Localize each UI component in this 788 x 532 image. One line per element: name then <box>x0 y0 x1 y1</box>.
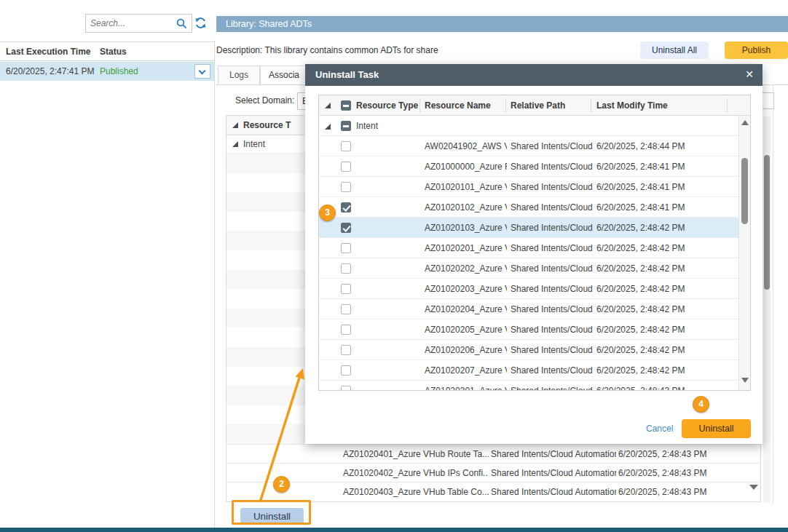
table-row[interactable]: AZ01020403_Azure VHub Table Co... Shared… <box>226 482 760 501</box>
dialog-table-body: Intent AW02041902_AWS VP... Shared Inten… <box>319 116 739 391</box>
col-resource-type[interactable]: Resource Type <box>356 100 418 111</box>
row-checkbox[interactable] <box>341 141 351 151</box>
resource-row[interactable]: AZ01020203_Azure V... Shared Intents/Clo… <box>319 279 739 299</box>
search-input[interactable] <box>90 15 172 32</box>
group-label: Intent <box>356 121 378 131</box>
relative-path: Shared Intents/Cloud ... <box>511 162 593 172</box>
col-resource-name[interactable]: Resource Name <box>425 100 491 111</box>
group-label: Intent <box>243 139 265 149</box>
resource-row[interactable]: AZ01020103_Azure VN... Shared Intents/Cl… <box>319 218 739 238</box>
relative-path: Shared Intents/Cloud ... <box>511 304 593 314</box>
row-checkbox[interactable] <box>341 345 351 355</box>
row-checkbox[interactable] <box>341 365 351 376</box>
resource-row[interactable]: AZ01020102_Azure VN... Shared Intents/Cl… <box>319 197 739 218</box>
collapse-group-icon[interactable] <box>232 122 238 128</box>
last-modify-time: 6/20/2025, 2:48:43 PM <box>618 449 728 459</box>
refresh-icon[interactable] <box>194 16 208 31</box>
scroll-up-icon[interactable] <box>741 120 749 125</box>
library-description: Description: This library contains commo… <box>216 45 438 55</box>
relative-path: Shared Intents/Cloud ... <box>511 243 593 253</box>
resource-name: AZ01020203_Azure V... <box>425 284 507 294</box>
resource-name: AZ01020204_Azure V... <box>425 304 507 314</box>
tab-logs[interactable]: Logs <box>218 65 260 85</box>
last-modify-time: 6/20/2025, 2:48:43 PM <box>618 487 728 497</box>
row-checkbox[interactable] <box>341 263 351 274</box>
collapse-group-icon[interactable] <box>325 124 331 130</box>
annotation-badge-2: 2 <box>273 476 290 493</box>
last-modify-time: 6/20/2025, 2:48:42 PM <box>596 243 706 253</box>
table-row[interactable]: AZ01020401_Azure VHub Route Ta... Shared… <box>226 444 760 463</box>
annotation-badge-4: 4 <box>693 396 709 413</box>
scroll-down-icon[interactable] <box>749 485 758 490</box>
panel-divider <box>214 40 215 528</box>
group-checkbox[interactable] <box>341 121 351 131</box>
row-checkbox[interactable] <box>341 202 351 213</box>
resource-row[interactable]: AZ01020301_Azure VN Shared Intents/Cloud… <box>319 381 739 391</box>
library-header-bar: Library: Shared ADTs <box>216 16 788 32</box>
table-row[interactable]: AZ01020402_Azure VHub IPs Confi... Share… <box>226 463 760 482</box>
resource-row[interactable]: AZ01020201_Azure V... Shared Intents/Clo… <box>319 238 739 258</box>
resource-name: AZ01020101_Azure VN... <box>425 182 507 192</box>
dialog-table-scrollbar[interactable] <box>738 116 750 391</box>
last-modify-time: 6/20/2025, 2:48:43 PM <box>618 468 728 478</box>
background-scrollbar[interactable] <box>763 116 771 502</box>
resource-row[interactable]: AZ01000000_Azure Re... Shared Intents/Cl… <box>319 156 739 177</box>
select-domain-label: Select Domain: <box>235 95 294 106</box>
resource-name: AZ01020102_Azure VN... <box>425 202 507 213</box>
scrollbar-thumb[interactable] <box>764 155 770 290</box>
select-all-checkbox[interactable] <box>341 100 351 111</box>
last-modify-time: 6/20/2025, 2:48:42 PM <box>596 345 706 355</box>
execution-time: 6/20/2025, 2:47:41 PM <box>6 66 94 76</box>
execution-row-selected[interactable]: 6/20/2025, 2:47:41 PM Published <box>0 62 214 81</box>
close-icon[interactable]: ✕ <box>745 68 754 80</box>
resource-name: AZ01020202_Azure V... <box>425 263 507 274</box>
last-modify-time: 6/20/2025, 2:48:41 PM <box>596 182 706 192</box>
last-modify-time: 6/20/2025, 2:48:44 PM <box>596 141 706 151</box>
row-checkbox[interactable] <box>341 304 351 314</box>
row-checkbox[interactable] <box>341 162 351 172</box>
annotation-highlight-rect <box>232 500 311 525</box>
resource-row[interactable]: AZ01020205_Azure V... Shared Intents/Clo… <box>319 319 739 340</box>
resource-row[interactable]: AZ01020202_Azure V... Shared Intents/Clo… <box>319 258 739 279</box>
col-last-execution-time[interactable]: Last Execution Time <box>6 47 90 57</box>
row-checkbox[interactable] <box>341 325 351 335</box>
group-row-intent[interactable]: Intent <box>319 116 739 136</box>
row-checkbox[interactable] <box>341 243 351 253</box>
last-modify-time: 6/20/2025, 2:48:42 PM <box>596 263 706 274</box>
publish-button[interactable]: Publish <box>725 41 788 59</box>
col-last-modify-time[interactable]: Last Modify Time <box>596 100 668 111</box>
app-window: Last Execution Time Status 6/20/2025, 2:… <box>0 0 788 532</box>
last-modify-time: 6/20/2025, 2:48:42 PM <box>596 284 706 294</box>
resource-name: AZ01020402_Azure VHub IPs Confi... <box>343 468 489 478</box>
bottom-status-bar <box>0 528 788 532</box>
resource-row[interactable]: AZ01020207_Azure V... Shared Intents/Clo… <box>319 360 739 381</box>
resource-row[interactable]: AZ01020101_Azure VN... Shared Intents/Cl… <box>319 177 739 197</box>
row-checkbox[interactable] <box>341 386 351 391</box>
dialog-uninstall-button[interactable]: Uninstall <box>682 419 751 438</box>
resource-row[interactable]: AZ01020206_Azure V... Shared Intents/Clo… <box>319 340 739 360</box>
resource-name: AZ01020206_Azure V... <box>425 345 507 355</box>
cancel-button[interactable]: Cancel <box>646 424 673 434</box>
relative-path: Shared Intents/Cloud <box>511 386 593 391</box>
uninstall-all-button[interactable]: Uninstall All <box>640 41 709 59</box>
col-status[interactable]: Status <box>100 47 127 57</box>
resource-name: AZ01020401_Azure VHub Route Ta... <box>343 449 489 459</box>
background-col-resource-type[interactable]: Resource T <box>243 120 291 130</box>
row-checkbox[interactable] <box>341 284 351 294</box>
row-checkbox[interactable] <box>341 223 351 233</box>
relative-path: Shared Intents/Cloud ... <box>511 202 593 213</box>
row-dropdown-button[interactable] <box>194 64 210 79</box>
scroll-down-icon[interactable] <box>741 378 749 383</box>
col-relative-path[interactable]: Relative Path <box>511 100 565 111</box>
resource-name: AZ01020301_Azure VN <box>425 386 507 391</box>
status-badge: Published <box>100 66 138 76</box>
collapse-all-icon[interactable] <box>325 103 331 108</box>
row-checkbox[interactable] <box>341 182 351 192</box>
resource-row[interactable]: AZ01020204_Azure V... Shared Intents/Clo… <box>319 299 739 319</box>
resource-row[interactable]: AW02041902_AWS VP... Shared Intents/Clou… <box>319 136 739 156</box>
tab-associated-resources[interactable]: Associa <box>260 65 308 85</box>
scrollbar-thumb[interactable] <box>741 158 748 224</box>
relative-path: Shared Intents/Cloud Automation ... <box>491 487 616 497</box>
collapse-group-icon[interactable] <box>232 141 238 147</box>
dialog-title: Uninstall Task <box>315 69 379 80</box>
